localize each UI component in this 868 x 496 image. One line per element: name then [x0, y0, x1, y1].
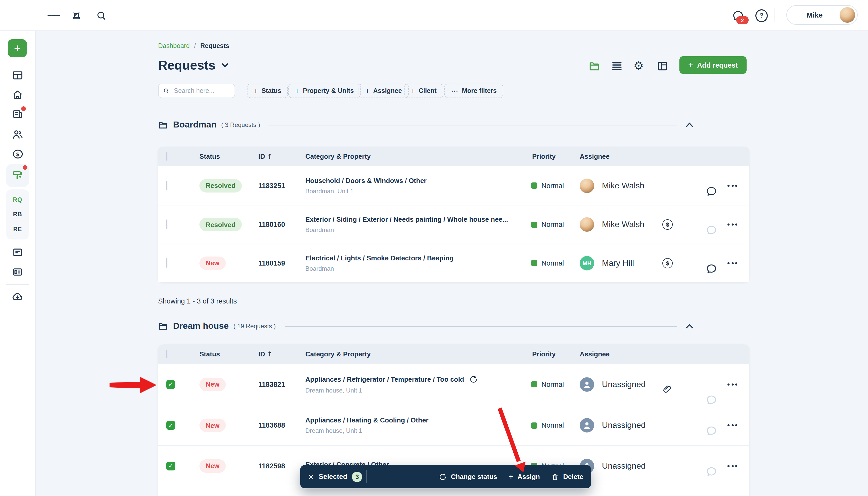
app-root: 2 ? Mike + — [0, 0, 868, 496]
table-row[interactable]: Resolved 1183251 Household / Doors & Win… — [158, 166, 749, 205]
chat-icon[interactable] — [706, 224, 868, 236]
breadcrumb-current: Requests — [200, 42, 229, 49]
search-input[interactable] — [173, 87, 230, 95]
column-id-sort[interactable]: ID ↑ — [258, 153, 272, 160]
requests-notification-dot — [23, 165, 27, 170]
action-bar-divider — [366, 470, 367, 483]
settings-gear-icon[interactable]: ⚙ — [632, 60, 645, 72]
siren-icon[interactable] — [70, 9, 83, 22]
column-category[interactable]: Category & Property — [305, 153, 371, 160]
page-title: Requests — [158, 58, 215, 73]
table-row-selected[interactable]: ✓ New 1183821 Appliances / Refrigerator … — [158, 364, 749, 405]
row-menu-icon[interactable] — [728, 424, 737, 426]
home-icon[interactable] — [11, 89, 24, 101]
search-icon[interactable] — [95, 9, 107, 22]
results-summary: Showing 1 - 3 of 3 results — [158, 297, 237, 305]
assign-button[interactable]: + Assign — [509, 472, 540, 481]
priority-label: Normal — [541, 381, 564, 388]
chat-icon[interactable] — [706, 425, 749, 437]
row-menu-icon[interactable] — [728, 465, 737, 467]
document-icon[interactable] — [11, 246, 24, 259]
table-row[interactable]: New 1180159 Electrical / Lights / Smoke … — [158, 244, 749, 282]
group-view-icon[interactable] — [588, 60, 600, 72]
add-request-button[interactable]: + Add request — [679, 56, 747, 74]
row-menu-icon[interactable] — [728, 383, 737, 385]
column-assignee[interactable]: Assignee — [580, 350, 610, 358]
money-icon[interactable]: $ — [662, 258, 673, 268]
delete-button[interactable]: Delete — [551, 472, 583, 481]
assignee-name: Unassigned — [602, 461, 646, 470]
ellipsis-icon: ⋯ — [451, 87, 458, 95]
change-status-button[interactable]: Change status — [438, 472, 497, 481]
filter-chip-status[interactable]: + Status — [247, 83, 288, 98]
row-checkbox[interactable] — [166, 258, 167, 268]
collapse-chevron-up-icon[interactable] — [686, 122, 693, 127]
column-id-sort[interactable]: ID ↑ — [258, 350, 272, 358]
breadcrumb: Dashboard / Requests — [158, 42, 229, 49]
row-menu-icon[interactable] — [728, 223, 737, 226]
column-category[interactable]: Category & Property — [305, 350, 371, 358]
chat-icon[interactable] — [706, 466, 749, 477]
breadcrumb-dashboard-link[interactable]: Dashboard — [158, 42, 190, 49]
assignee-name: Unassigned — [602, 379, 646, 389]
chat-icon[interactable] — [706, 394, 749, 405]
row-checkbox-checked[interactable]: ✓ — [166, 421, 175, 430]
row-checkbox-checked[interactable]: ✓ — [166, 461, 175, 470]
select-all-checkbox[interactable] — [166, 350, 167, 358]
messages-icon[interactable]: 2 — [732, 9, 744, 22]
sidebar-add-button[interactable]: + — [8, 39, 27, 57]
row-menu-icon[interactable] — [728, 262, 737, 264]
collapse-chevron-up-icon[interactable] — [686, 324, 693, 329]
request-id: 1183821 — [258, 381, 285, 388]
sidebar-shortcut-rq[interactable]: RQ — [13, 197, 22, 203]
column-assignee[interactable]: Assignee — [580, 153, 610, 160]
sort-arrow-up-icon: ↑ — [267, 350, 272, 358]
user-avatar — [840, 7, 855, 23]
help-icon[interactable]: ? — [755, 9, 768, 22]
paperclip-icon[interactable] — [662, 384, 749, 394]
page-title-dropdown[interactable]: Requests — [158, 58, 228, 73]
column-status[interactable]: Status — [199, 153, 220, 160]
request-category: Household / Doors & Windows / Other — [305, 176, 426, 184]
filter-chip-label: Property & Units — [303, 87, 354, 94]
filter-chip-more-filters[interactable]: ⋯ More filters — [444, 83, 504, 98]
search-field[interactable] — [158, 83, 235, 98]
request-property: Dream house, Unit 1 — [305, 387, 478, 394]
money-icon[interactable]: $ — [662, 219, 673, 230]
money-nav-icon[interactable]: $ — [11, 148, 24, 160]
table-header: Status ID ↑ Category & Property Priority… — [158, 146, 749, 166]
chat-icon[interactable] — [706, 186, 868, 197]
card-icon[interactable] — [11, 266, 24, 278]
hamburger-menu-icon[interactable] — [47, 9, 60, 22]
sidebar-shortcut-re[interactable]: RE — [13, 226, 22, 232]
row-menu-icon[interactable] — [728, 185, 737, 187]
column-priority[interactable]: Priority — [532, 350, 556, 358]
user-menu[interactable]: Mike — [787, 5, 858, 25]
folder-icon — [158, 120, 168, 130]
section-count: ( 3 Requests ) — [221, 121, 260, 128]
assignee-avatar — [580, 217, 594, 232]
sidebar-shortcut-rb[interactable]: RB — [13, 211, 22, 218]
filter-chip-property-units[interactable]: + Property & Units — [288, 83, 361, 98]
filter-chip-label: More filters — [462, 87, 497, 94]
column-priority[interactable]: Priority — [532, 153, 556, 160]
priority-label: Normal — [541, 221, 564, 228]
filter-chip-assignee[interactable]: + Assignee — [359, 83, 409, 98]
table-row-selected[interactable]: ✓ New 1183688 Appliances / Heating & Coo… — [158, 405, 749, 446]
list-view-icon[interactable] — [611, 60, 623, 72]
section-divider-line — [285, 326, 678, 326]
chat-icon-with-notification[interactable] — [706, 263, 868, 274]
column-status[interactable]: Status — [199, 350, 220, 358]
board-view-icon[interactable] — [656, 60, 669, 72]
dashboard-grid-icon[interactable] — [11, 69, 24, 81]
row-checkbox[interactable] — [166, 181, 167, 190]
filter-chip-client[interactable]: + Client — [404, 83, 443, 98]
clear-selection-icon[interactable]: × — [308, 473, 314, 480]
row-checkbox[interactable] — [166, 219, 167, 229]
select-all-checkbox[interactable] — [166, 152, 167, 161]
row-checkbox-checked[interactable]: ✓ — [166, 380, 175, 389]
priority-label: Normal — [541, 259, 564, 267]
cloud-download-icon[interactable] — [11, 291, 24, 303]
people-icon[interactable] — [11, 128, 24, 140]
table-row[interactable]: Resolved 1180160 Exterior / Siding / Ext… — [158, 205, 749, 244]
